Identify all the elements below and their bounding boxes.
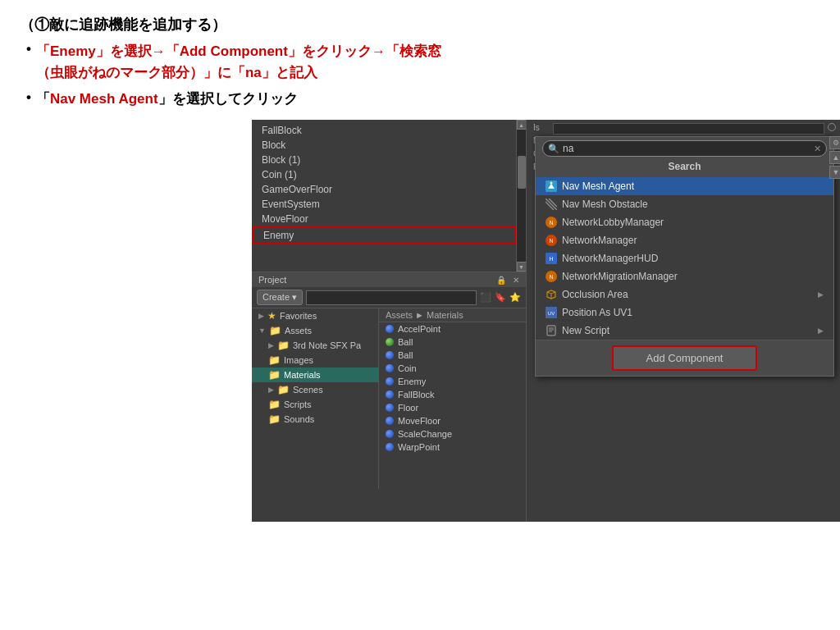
right-panel: Is M C R 🔍 [527, 120, 840, 522]
asset-item[interactable]: FallBlock [379, 388, 526, 401]
asset-item[interactable]: WarpPoint [379, 441, 526, 454]
left-panel: FallBlock Block Block (1) Coin (1) GameO… [252, 120, 527, 522]
nav-obstacle-icon [546, 199, 557, 210]
tree-item-scenes[interactable]: ▶ 📁 Scenes [252, 382, 378, 397]
hierarchy-item[interactable]: Coin (1) [252, 167, 516, 182]
script-icon [546, 325, 557, 336]
occlusion-icon [546, 289, 557, 300]
toolbar-icon3[interactable]: ⭐ [509, 292, 521, 303]
nav-agent-icon [546, 180, 557, 192]
network-migration-item[interactable]: N NetworkMigrationManager [536, 267, 833, 285]
project-panel: Project 🔒 ✕ Create ▾ ⬛ 🔖 ⭐ ▶ ★ Favorites [252, 272, 526, 522]
svg-text:UV: UV [548, 311, 555, 316]
occlusion-arrow: ▶ [818, 290, 824, 299]
hierarchy-item[interactable]: GameOverFloor [252, 182, 516, 197]
lock-icon: 🔒 [496, 276, 506, 285]
svg-text:N: N [549, 220, 553, 226]
add-component-overlay: 🔍 ✕ Search [527, 120, 840, 522]
asset-item[interactable]: MoveFloor [379, 414, 526, 427]
network-lobby-icon: N [546, 217, 557, 228]
nav-mesh-agent-label: Nav Mesh Agent [562, 180, 634, 192]
nav-mesh-agent-item[interactable]: Nav Mesh Agent [536, 177, 833, 195]
search-magnifier-icon: 🔍 [548, 144, 559, 154]
occlusion-label: Occlusion Area [562, 289, 628, 300]
bullet-2: 「Nav Mesh Agent」を選択してクリック [36, 89, 298, 108]
toolbar-icon2[interactable]: 🔖 [495, 292, 506, 303]
label-is: Is [533, 123, 550, 135]
nav-mesh-obstacle-item[interactable]: Nav Mesh Obstacle [536, 195, 833, 213]
favorites-header[interactable]: ▶ ★ Favorites [252, 308, 378, 323]
bullet-1: 「Enemy」を選択→「Add Component」をクリック→「検索窓（虫眼が… [36, 41, 441, 83]
network-lobby-manager-item[interactable]: N NetworkLobbyManager [536, 213, 833, 231]
new-script-arrow: ▶ [818, 326, 824, 335]
hierarchy-item[interactable]: MoveFloor [252, 212, 516, 226]
position-uv1-item[interactable]: UV Position As UV1 [536, 304, 833, 322]
search-input-row: 🔍 ✕ [542, 140, 827, 157]
network-migration-label: NetworkMigrationManager [562, 271, 678, 282]
network-manager-label: NetworkManager [562, 235, 637, 246]
hierarchy-item[interactable]: Block (1) [252, 153, 516, 167]
svg-text:N: N [549, 274, 553, 280]
create-button[interactable]: Create ▾ [257, 290, 303, 305]
network-mig-icon: N [546, 271, 557, 282]
asset-item-coin[interactable]: Coin [379, 362, 526, 375]
position-uv1-label: Position As UV1 [562, 307, 632, 318]
toolbar-icon1[interactable]: ⬛ [480, 292, 491, 303]
project-body: ▶ ★ Favorites ▼ 📁 Assets ▶ 📁 3rd Note SF… [252, 308, 526, 489]
tree-item-images[interactable]: 📁 Images [252, 353, 378, 368]
asset-item[interactable]: Ball [379, 336, 526, 349]
instruction-area: （①敵に追跡機能を追加する） • 「Enemy」を選択→「Add Compone… [0, 0, 840, 120]
project-toolbar: Create ▾ ⬛ 🔖 ⭐ [252, 287, 526, 308]
svg-text:H: H [549, 256, 553, 262]
network-manager-hud-item[interactable]: H NetworkManagerHUD [536, 249, 833, 267]
project-header: Project 🔒 ✕ [252, 272, 526, 287]
close-icon: ✕ [513, 276, 519, 285]
tree-item-sounds[interactable]: 📁 Sounds [252, 412, 378, 427]
network-hud-label: NetworkManagerHUD [562, 253, 658, 264]
add-component-footer: Add Component [536, 340, 833, 376]
scroll-down-btn[interactable]: ▼ [517, 262, 527, 272]
network-manager-item[interactable]: N NetworkManager [536, 231, 833, 249]
scroll-up-btn[interactable]: ▲ [517, 120, 527, 130]
occlusion-area-item[interactable]: Occlusion Area ▶ [536, 285, 833, 304]
favorites-label: Favorites [280, 311, 317, 321]
add-component-button[interactable]: Add Component [612, 345, 758, 371]
svg-point-1 [550, 182, 553, 185]
network-lobby-label: NetworkLobbyManager [562, 217, 664, 228]
scroll-thumb [518, 156, 526, 189]
svg-text:N: N [549, 238, 553, 244]
tree-item-scripts[interactable]: 📁 Scripts [252, 397, 378, 412]
project-title: Project [258, 275, 286, 285]
asset-item[interactable]: Floor [379, 401, 526, 414]
nav-mesh-obstacle-label: Nav Mesh Obstacle [562, 199, 648, 210]
asset-item[interactable]: Ball [379, 349, 526, 362]
svg-rect-15 [547, 326, 555, 336]
project-search-input[interactable] [306, 290, 477, 305]
screenshot-container: FallBlock Block Block (1) Coin (1) GameO… [252, 120, 840, 522]
hierarchy-item[interactable]: EventSystem [252, 197, 516, 212]
add-component-dropdown: 🔍 ✕ Search [535, 136, 834, 377]
tree-item-3rd-note[interactable]: ▶ 📁 3rd Note SFX Pa [252, 338, 378, 353]
component-search-input[interactable] [563, 143, 810, 154]
project-assets: Assets ► Materials AccelPoint Ball Ball … [379, 308, 526, 489]
asset-item[interactable]: ScaleChange [379, 427, 526, 441]
hierarchy-scrollbar[interactable]: ▲ ▼ [516, 120, 526, 272]
new-script-item[interactable]: New Script ▶ [536, 322, 833, 340]
radio-is[interactable] [828, 123, 836, 131]
scroll-track [518, 130, 526, 262]
hierarchy-item[interactable]: Block [252, 138, 516, 153]
search-clear-icon[interactable]: ✕ [814, 144, 821, 154]
breadcrumb: Assets ► Materials [379, 308, 526, 322]
page-title: （①敵に追跡機能を追加する） [20, 15, 820, 34]
tree-item-materials[interactable]: 📁 Materials [252, 368, 378, 382]
assets-root[interactable]: ▼ 📁 Assets [252, 323, 378, 338]
project-tree: ▶ ★ Favorites ▼ 📁 Assets ▶ 📁 3rd Note SF… [252, 308, 379, 489]
hierarchy-item[interactable]: FallBlock [252, 123, 516, 138]
asset-item[interactable]: AccelPoint [379, 322, 526, 336]
search-header: 🔍 ✕ Search [536, 137, 833, 177]
network-hud-icon: H [546, 253, 557, 264]
asset-item[interactable]: Enemy [379, 375, 526, 388]
enemy-item[interactable]: Enemy [252, 226, 516, 244]
component-list: Nav Mesh Agent Nav Mesh Obstacle [536, 177, 833, 340]
position-uv1-icon: UV [546, 307, 557, 318]
